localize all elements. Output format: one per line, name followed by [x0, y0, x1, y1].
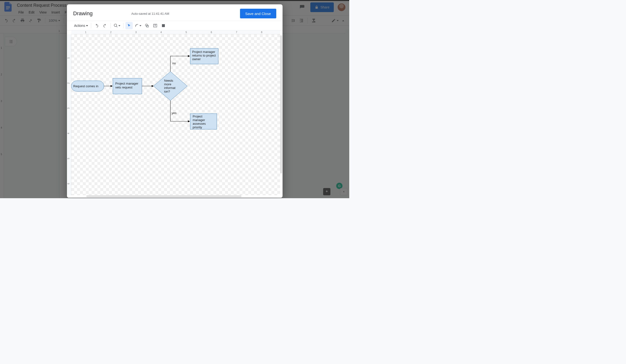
shape-icon	[145, 23, 149, 28]
drawing-horizontal-scrollbar[interactable]	[86, 195, 241, 197]
image-icon	[161, 23, 165, 28]
ruler-tick: 4	[160, 31, 162, 34]
return-text: returns to project	[192, 54, 216, 57]
assess-text: assesses	[193, 122, 206, 125]
save-and-close-button[interactable]: Save and Close	[240, 9, 276, 18]
flowchart-decision-node[interactable]: Needs more informat ion?	[154, 72, 187, 101]
drawing-vertical-ruler[interactable]: 1 2 3 4 5 6	[67, 34, 71, 195]
flowchart-no-label: no	[172, 61, 176, 65]
cursor-icon	[127, 24, 131, 28]
flowchart-start-node[interactable]: Request comes in	[71, 81, 104, 91]
toolbar-separator	[91, 23, 91, 28]
chevron-down-icon	[86, 25, 88, 26]
drawing-canvas-area: 1 2 3 4 5 6 7 8 1 2 3 4 5 6	[67, 31, 282, 198]
ruler-tick: 1	[85, 31, 86, 34]
decision-text: more	[164, 82, 171, 86]
drawing-modal-title: Drawing	[73, 10, 93, 17]
textbox-icon	[153, 23, 157, 28]
drawing-modal-header: Drawing Auto-saved at 11:41:41 AM Save a…	[67, 4, 282, 21]
ruler-tick: 6	[67, 183, 70, 184]
image-tool[interactable]	[160, 22, 167, 29]
drawing-toolbar: Actions	[67, 21, 282, 31]
drawing-vertical-scrollbar[interactable]	[280, 35, 282, 173]
assess-text: manager	[193, 118, 205, 122]
ruler-tick: 3	[135, 31, 137, 34]
drawing-horizontal-ruler[interactable]: 1 2 3 4 5 6 7 8	[71, 31, 280, 34]
return-text: Project manager	[192, 50, 215, 54]
decision-text: informat	[164, 86, 175, 90]
chevron-down-icon	[139, 25, 141, 26]
return-text: owner	[192, 57, 201, 61]
ruler-tick: 3	[67, 108, 70, 109]
ruler-tick: 7	[236, 31, 237, 34]
ruler-tick: 4	[67, 133, 70, 134]
flowchart-connector-yes[interactable]	[170, 101, 190, 121]
autosave-status: Auto-saved at 11:41:41 AM	[131, 12, 169, 15]
ruler-tick: 1	[67, 57, 70, 59]
flowchart-start-text: Request comes in	[73, 84, 98, 88]
ruler-tick: 2	[67, 82, 70, 84]
toolbar-separator	[123, 23, 123, 28]
line-icon	[135, 23, 139, 28]
ruler-tick: 2	[110, 31, 112, 34]
flowchart-vet-text2: vets request	[115, 85, 132, 89]
drawing-canvas[interactable]: Request comes in Project manager vets re…	[71, 34, 280, 195]
ruler-tick: 5	[67, 158, 70, 159]
flowchart-process-return[interactable]: Project manager returns to project owner	[190, 48, 218, 64]
assess-text: Project	[193, 115, 202, 118]
textbox-tool[interactable]	[152, 22, 159, 29]
shape-tool[interactable]	[143, 22, 151, 29]
ruler-tick: 6	[211, 31, 212, 34]
flowchart-yes-label: yes	[172, 111, 177, 115]
ruler-tick: 8	[261, 31, 263, 34]
actions-menu[interactable]: Actions	[73, 22, 89, 29]
ruler-tick: 5	[186, 31, 187, 34]
flowchart-process-assess[interactable]: Project manager assesses priority	[190, 114, 217, 129]
decision-text: ion?	[164, 90, 170, 93]
flowchart-process-vet[interactable]: Project manager vets request	[113, 78, 142, 94]
toolbar-separator	[111, 23, 111, 28]
assess-text: priority	[193, 125, 202, 129]
chevron-down-icon	[118, 25, 120, 26]
zoom-icon	[114, 23, 118, 28]
actions-menu-label: Actions	[74, 24, 85, 28]
line-tool[interactable]	[134, 22, 142, 29]
drawing-undo-button[interactable]	[93, 22, 100, 29]
drawing-redo-button[interactable]	[101, 22, 109, 29]
decision-text: Needs	[164, 79, 173, 82]
select-tool[interactable]	[125, 22, 133, 29]
modal-overlay: Drawing Auto-saved at 11:41:41 AM Save a…	[0, 0, 349, 198]
drawing-modal: Drawing Auto-saved at 11:41:41 AM Save a…	[67, 4, 282, 198]
flowchart-vet-text1: Project manager	[115, 82, 139, 85]
zoom-tool[interactable]	[113, 22, 121, 29]
